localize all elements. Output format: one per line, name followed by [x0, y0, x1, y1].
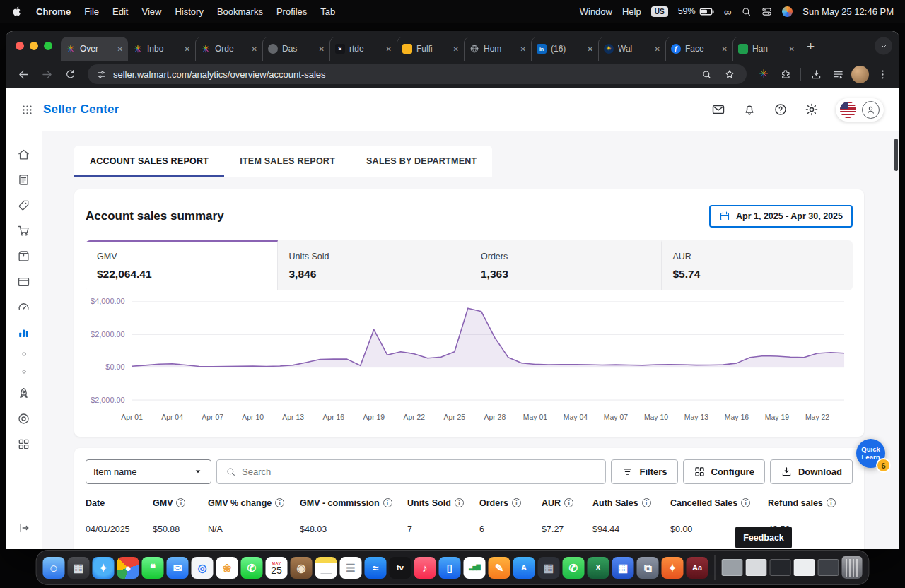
forward-button[interactable] [37, 65, 56, 83]
apple-menu[interactable] [11, 6, 23, 17]
close-tab-icon[interactable]: ✕ [453, 45, 459, 53]
menu-item-profiles[interactable]: Profiles [276, 6, 307, 17]
menu-item-window[interactable]: Window [580, 6, 612, 17]
app-launcher-icon[interactable] [21, 104, 33, 116]
close-tab-icon[interactable]: ✕ [722, 45, 728, 53]
browser-tab-orde[interactable]: ✳Orde✕ [195, 37, 262, 61]
excel-icon[interactable]: X [588, 557, 609, 579]
menu-item-chrome[interactable]: Chrome [36, 6, 71, 17]
info-icon[interactable]: i [383, 498, 392, 507]
column-header-refund-sales[interactable]: Refund salesi [768, 498, 846, 508]
iphone-mirroring-icon[interactable]: ▯ [439, 557, 461, 579]
sidebar-item-analytics[interactable] [6, 319, 42, 345]
report-tab-item-sales-report[interactable]: ITEM SALES REPORT [224, 146, 351, 177]
chrome-icon[interactable]: ● [117, 557, 139, 579]
reload-button[interactable] [61, 65, 79, 83]
close-tab-icon[interactable]: ✕ [117, 45, 123, 53]
column-header-date[interactable]: Date [86, 498, 153, 508]
find-my-icon[interactable]: ◎ [192, 557, 214, 579]
filters-button[interactable]: Filters [611, 459, 677, 484]
menu-item-edit[interactable]: Edit [112, 6, 128, 17]
pinned-extension-icon[interactable]: ✳ [755, 66, 772, 83]
sidebar-item-documents[interactable] [6, 167, 42, 192]
close-tab-icon[interactable]: ✕ [520, 45, 526, 53]
media-queue-icon[interactable] [829, 66, 846, 83]
browser-tab-16[interactable]: in(16)✕ [531, 37, 598, 61]
menu-item-help[interactable]: Help [622, 6, 641, 17]
sidebar-item-target[interactable] [6, 406, 42, 431]
notifications-bell-icon[interactable] [742, 102, 757, 117]
menu-item-bookmarks[interactable]: Bookmarks [217, 6, 263, 17]
zoom-window-button[interactable] [44, 42, 52, 50]
browser-tab-das[interactable]: Das✕ [262, 37, 329, 61]
tab-search-chevron[interactable] [875, 37, 892, 55]
control-center-icon[interactable] [761, 6, 772, 17]
app-store-icon[interactable]: A [513, 557, 535, 579]
close-tab-icon[interactable]: ✕ [655, 45, 660, 53]
sidebar-item-dot[interactable] [6, 363, 42, 380]
download-button[interactable]: Download [770, 459, 853, 484]
minimize-window-button[interactable] [30, 42, 38, 50]
account-pill[interactable] [836, 98, 884, 122]
settings-gear-icon[interactable] [805, 102, 819, 117]
sidebar-item-tag[interactable] [6, 192, 42, 218]
close-tab-icon[interactable]: ✕ [319, 45, 325, 53]
browser-profile-avatar[interactable] [851, 66, 869, 83]
weather-icon[interactable]: ≈ [365, 557, 387, 579]
site-settings-icon[interactable] [96, 69, 107, 80]
menu-item-tab[interactable]: Tab [320, 6, 335, 17]
displays-icon[interactable]: ⧉ [637, 557, 659, 579]
info-icon[interactable]: i [455, 498, 464, 507]
input-source-indicator[interactable]: US [651, 6, 668, 17]
close-tab-icon[interactable]: ✕ [386, 45, 392, 53]
notes-icon[interactable] [315, 557, 337, 579]
trash-icon[interactable] [842, 556, 863, 579]
feedback-button[interactable]: Feedback [735, 527, 792, 548]
info-icon[interactable]: i [827, 498, 836, 507]
user-menu-icon[interactable] [782, 6, 793, 17]
column-header-auth-sales[interactable]: Auth Salesi [592, 498, 670, 508]
address-bar[interactable]: seller.walmart.com/analytics/overview/ac… [88, 64, 747, 84]
minimized-window[interactable] [794, 559, 815, 576]
stat-card-units-sold[interactable]: Units Sold3,846 [278, 240, 470, 290]
close-window-button[interactable] [16, 42, 24, 50]
browser-tab-over[interactable]: ✳Over✕ [61, 37, 128, 61]
info-icon[interactable]: i [564, 498, 573, 507]
brand-logo[interactable]: Seller Center [43, 102, 119, 117]
new-tab-button[interactable]: + [807, 40, 814, 53]
downloads-icon[interactable] [807, 66, 824, 83]
browser-menu-icon[interactable] [874, 66, 891, 83]
menu-item-view[interactable]: View [141, 6, 161, 17]
info-icon[interactable]: i [642, 498, 651, 507]
browser-tab-wal[interactable]: ✳Wal✕ [598, 37, 665, 61]
search-input[interactable] [242, 466, 597, 477]
minimized-window[interactable] [746, 559, 767, 576]
sidebar-item-gauge[interactable] [6, 294, 42, 319]
utilities-icon[interactable]: ▦ [538, 557, 560, 579]
close-tab-icon[interactable]: ✕ [252, 45, 257, 53]
sidebar-item-rocket[interactable] [6, 380, 42, 406]
sidebar-item-payments[interactable] [6, 269, 42, 294]
music-icon[interactable]: ♪ [414, 557, 436, 579]
battery-indicator[interactable]: 59% [678, 4, 714, 19]
sidebar-item-cart[interactable] [6, 218, 42, 243]
page-scrollbar[interactable] [894, 139, 898, 171]
column-header-gmv[interactable]: GMVi [153, 498, 208, 508]
minimized-window[interactable] [818, 559, 839, 576]
item-name-select[interactable]: Item name [86, 459, 211, 484]
finder-icon[interactable]: ☺ [43, 557, 65, 579]
browser-tab-han[interactable]: Han✕ [732, 37, 800, 61]
bookmark-star-icon[interactable] [721, 66, 738, 83]
zoom-lens-icon[interactable] [698, 66, 715, 83]
minimized-window[interactable] [770, 559, 791, 576]
info-icon[interactable]: i [176, 498, 185, 507]
close-tab-icon[interactable]: ✕ [185, 45, 190, 53]
menu-item-history[interactable]: History [175, 6, 203, 17]
sidebar-item-collapse[interactable] [6, 515, 42, 541]
mail-icon[interactable] [711, 102, 725, 117]
menu-item-file[interactable]: File [84, 6, 99, 17]
column-header-gmv-commission[interactable]: GMV - commissioni [300, 498, 407, 508]
browser-tab-hom[interactable]: Hom✕ [464, 37, 531, 61]
reminders-icon[interactable]: ☰ [340, 557, 362, 579]
spotlight-icon[interactable] [741, 6, 752, 17]
